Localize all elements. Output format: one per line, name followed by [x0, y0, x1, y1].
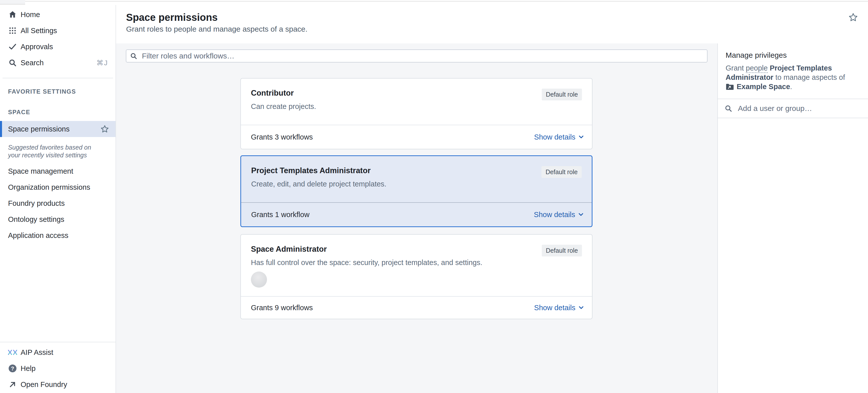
window-tab-sliver: [0, 0, 25, 4]
panel-divider: [718, 118, 868, 118]
space-folder-icon: [725, 83, 734, 93]
chevron-down-icon: [578, 134, 584, 140]
sidebar-item-home[interactable]: Home: [0, 6, 116, 23]
page-title: Space permissions: [126, 11, 868, 23]
grants-count: Grants 1 workflow: [251, 210, 309, 219]
grid-icon: [7, 27, 18, 35]
sidebar-item-aip-assist[interactable]: AIP Assist: [0, 344, 116, 360]
sidebar-item-label: All Settings: [21, 27, 57, 35]
filter-roles-input[interactable]: [126, 50, 708, 63]
page-header: Space permissions Grant roles to people …: [116, 5, 868, 43]
sidebar-divider: [2, 78, 113, 78]
show-details-link[interactable]: Show details: [534, 210, 584, 219]
people-term[interactable]: people: [746, 64, 768, 73]
sidebar-item-open-foundry[interactable]: Open Foundry: [0, 376, 116, 393]
sidebar-item-label: AIP Assist: [21, 348, 53, 357]
favorite-star-icon[interactable]: [100, 125, 109, 133]
chevron-down-icon: [578, 304, 584, 311]
default-role-badge: Default role: [542, 245, 582, 257]
show-details-link[interactable]: Show details: [534, 304, 584, 312]
aip-assist-icon: [7, 350, 18, 355]
role-card-space-administrator[interactable]: Space Administrator Default role Has ful…: [240, 234, 592, 319]
favorites-section-header: FAVORITE SETTINGS: [0, 88, 116, 95]
favorite-page-star-icon[interactable]: [848, 12, 858, 22]
role-description: Has full control over the space: securit…: [251, 258, 582, 267]
sidebar-item-label: Open Foundry: [21, 381, 67, 389]
grants-count: Grants 3 workflows: [251, 133, 313, 141]
home-icon: [7, 10, 18, 19]
default-role-badge: Default role: [541, 166, 582, 178]
role-description: Can create projects.: [251, 102, 582, 111]
role-description: Create, edit, and delete project templat…: [251, 179, 582, 189]
sidebar-item-application-access[interactable]: Application access: [0, 227, 116, 243]
sidebar-item-space-management[interactable]: Space management: [0, 163, 116, 179]
sidebar-item-label: Approvals: [21, 43, 53, 51]
grants-count: Grants 9 workflows: [251, 304, 313, 312]
sidebar-item-label: Help: [21, 364, 36, 373]
suggested-favorites-note: Suggested favorites based on your recent…: [8, 143, 95, 159]
help-icon: ?: [7, 364, 18, 373]
check-icon: [7, 42, 18, 51]
sidebar-bottom-divider: [0, 342, 116, 342]
svg-text:?: ?: [11, 366, 14, 372]
sidebar-item-organization-permissions[interactable]: Organization permissions: [0, 179, 116, 195]
sidebar-item-help[interactable]: ? Help: [0, 360, 116, 376]
show-details-link[interactable]: Show details: [534, 133, 584, 141]
search-icon: [7, 59, 18, 67]
sidebar-item-approvals[interactable]: Approvals: [0, 39, 116, 55]
role-card-contributor[interactable]: Contributor Default role Can create proj…: [240, 78, 592, 149]
page-subtitle: Grant roles to people and manage aspects…: [126, 25, 868, 34]
external-arrow-icon: [7, 381, 18, 389]
sidebar-item-foundry-products[interactable]: Foundry products: [0, 195, 116, 211]
sidebar-item-label: Space permissions: [8, 125, 69, 133]
role-title: Space Administrator: [251, 244, 327, 254]
space-section-header: SPACE: [0, 109, 116, 116]
sidebar-item-search[interactable]: Search ⌘J: [0, 55, 116, 71]
sidebar-item-label: Home: [21, 10, 40, 19]
add-user-row: [718, 99, 868, 118]
search-shortcut-hint: ⌘J: [96, 59, 108, 67]
default-role-badge: Default role: [542, 89, 582, 100]
role-card-project-templates-administrator[interactable]: Project Templates Administrator Default …: [240, 155, 592, 227]
avatar: [251, 271, 267, 288]
manage-privileges-panel: Manage privileges Grant people Project T…: [717, 43, 868, 393]
panel-title: Manage privileges: [725, 51, 868, 60]
role-title: Contributor: [251, 88, 293, 98]
settings-sidebar: Home All Settings Approvals: [0, 5, 116, 393]
add-user-or-group-input[interactable]: [733, 104, 868, 113]
sidebar-item-all-settings[interactable]: All Settings: [0, 23, 116, 39]
role-title: Project Templates Administrator: [251, 166, 370, 176]
role-card-list: Contributor Default role Can create proj…: [240, 78, 592, 319]
search-icon: [724, 104, 733, 112]
sidebar-item-ontology-settings[interactable]: Ontology settings: [0, 211, 116, 227]
panel-description: Grant people Project Templates Administr…: [725, 64, 859, 93]
sidebar-item-label: Search: [21, 59, 44, 67]
sidebar-item-space-permissions[interactable]: Space permissions: [0, 121, 116, 137]
window-top-border: [0, 1, 868, 1]
chevron-down-icon: [578, 211, 584, 218]
